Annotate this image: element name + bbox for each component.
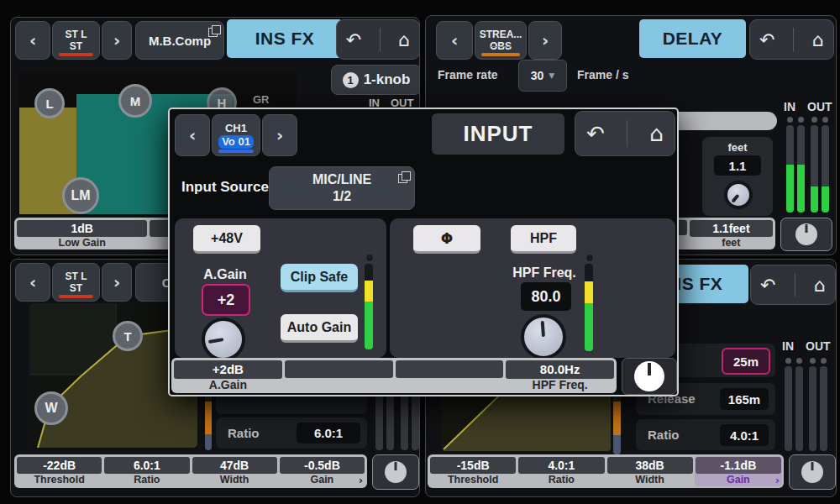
prev-channel-button[interactable]: ‹ <box>175 114 210 156</box>
param-cell-low-gain[interactable]: 1dB Low Gain <box>17 220 147 247</box>
param-cell-ratio[interactable]: 6.0:1 Ratio <box>104 457 189 486</box>
touch-knob-button[interactable] <box>789 454 836 490</box>
param-label <box>396 378 504 391</box>
ratio-value[interactable]: 6.0:1 <box>297 423 360 444</box>
time-value[interactable]: 25m <box>722 348 770 375</box>
library-label: M.B.Comp <box>149 34 211 48</box>
prev-channel-button[interactable]: ‹ <box>15 263 50 302</box>
param-cell-threshold[interactable]: -15dB Threshold <box>430 457 516 486</box>
clip-safe-button[interactable]: Clip Safe <box>281 264 358 292</box>
one-badge-icon: 1 <box>343 72 359 88</box>
band-handle-mid[interactable]: M <box>118 84 152 118</box>
phase-button[interactable]: Φ <box>413 225 480 254</box>
home-icon[interactable]: ⌂ <box>649 121 664 146</box>
param-cell-threshold[interactable]: -22dB Threshold <box>17 457 102 486</box>
frame-rate-unit: Frame / s <box>577 68 628 81</box>
feet-knob[interactable] <box>724 181 753 209</box>
param-bar: +2dB A.Gain 80.0Hz HPF Freq. <box>171 358 617 393</box>
one-knob-button[interactable]: 1 1-knob <box>331 65 420 95</box>
more-params-chevron: › <box>775 474 780 486</box>
channel-select-button[interactable]: CH1 Vo 01 <box>212 114 260 156</box>
param-cell-hpf-freq[interactable]: 80.0Hz HPF Freq. <box>506 360 614 391</box>
channel-color-blue <box>218 150 254 153</box>
param-value: 1.1feet <box>690 220 773 237</box>
undo-icon[interactable]: ↶ <box>760 275 775 296</box>
param-cell-empty[interactable] <box>285 360 393 391</box>
band-handle-low[interactable]: L <box>34 88 65 118</box>
tab-delay[interactable]: DELAY <box>639 19 746 58</box>
param-cell-feet[interactable]: 1.1feet feet <box>690 220 773 247</box>
touch-knob-button[interactable] <box>780 218 832 251</box>
param-cell-gain-selected[interactable]: -1.1dB Gain› <box>695 456 782 486</box>
one-knob-label: 1-knob <box>364 71 411 88</box>
ratio-row[interactable]: Ratio 4.0:1 <box>636 419 775 450</box>
param-value: -22dB <box>17 457 102 474</box>
param-label: Width <box>607 474 693 486</box>
tab-ins-fx[interactable]: INS FX <box>227 19 343 58</box>
out-label: OUT <box>807 100 832 113</box>
knob-icon <box>795 223 817 245</box>
next-channel-button[interactable]: › <box>102 263 132 302</box>
gain-group: +48V A.Gain +2 Clip Safe Auto Gain <box>175 218 386 358</box>
param-value: +2dB <box>174 360 282 379</box>
meter-peak-dot <box>796 358 802 364</box>
channel-select-button[interactable]: ST L ST <box>52 21 100 60</box>
in-meter-r <box>797 125 805 213</box>
again-knob[interactable] <box>202 318 245 361</box>
home-icon[interactable]: ⌂ <box>812 29 824 50</box>
threshold-handle[interactable]: T <box>113 321 143 351</box>
library-button[interactable]: M.B.Comp <box>135 21 224 60</box>
undo-icon[interactable]: ↶ <box>759 29 774 50</box>
band-handle-lowmid[interactable]: LM <box>62 177 99 214</box>
divider <box>627 120 627 146</box>
channel-select-button[interactable]: ST L ST <box>52 263 100 302</box>
param-cell-gain[interactable]: -0.5dB Gain› <box>280 457 365 486</box>
ratio-row[interactable]: Ratio 6.0:1 <box>216 417 367 449</box>
phantom-48v-button[interactable]: +48V <box>193 225 260 254</box>
feet-value[interactable]: 1.1 <box>714 155 761 176</box>
input-source-button[interactable]: MIC/LINE 1/2 <box>269 166 415 210</box>
source-line1: MIC/LINE <box>312 171 371 188</box>
channel-name2: ST <box>70 40 82 52</box>
again-value[interactable]: +2 <box>202 284 250 316</box>
param-cell-ratio[interactable]: 4.0:1 Ratio <box>518 457 604 486</box>
divider <box>795 273 795 297</box>
param-cell-width[interactable]: 47dB Width <box>192 457 277 486</box>
undo-icon[interactable]: ↶ <box>346 29 361 50</box>
next-channel-button[interactable]: › <box>102 21 132 60</box>
param-bar: -15dB Threshold 4.0:1 Ratio 38dB Width -… <box>428 454 784 488</box>
undo-icon[interactable]: ↶ <box>586 121 605 146</box>
frame-rate-dropdown[interactable]: 30 ▼ <box>518 60 567 92</box>
home-icon[interactable]: ⌂ <box>398 29 410 50</box>
param-value: 4.0:1 <box>518 457 604 474</box>
param-cell-empty[interactable] <box>396 360 504 391</box>
knob-icon <box>801 461 823 483</box>
home-icon[interactable]: ⌂ <box>814 275 826 296</box>
param-label: Low Gain <box>17 237 147 249</box>
release-value[interactable]: 165m <box>720 388 769 410</box>
prev-channel-button[interactable]: ‹ <box>436 21 473 60</box>
channel-select-button[interactable]: STREA... OBS <box>475 21 527 60</box>
next-channel-button[interactable]: › <box>262 114 297 156</box>
auto-gain-button[interactable]: Auto Gain <box>281 314 358 343</box>
out-meter <box>809 366 816 451</box>
width-handle[interactable]: W <box>34 391 68 425</box>
hpf-freq-value[interactable]: 80.0 <box>521 282 571 311</box>
hpf-knob[interactable] <box>521 314 566 360</box>
param-cell-again[interactable]: +2dB A.Gain <box>174 360 282 391</box>
hpf-group: Φ HPF HPF Freq. 80.0 <box>390 218 675 358</box>
hpf-button[interactable]: HPF <box>511 225 576 254</box>
touch-knob-button[interactable] <box>622 358 677 395</box>
param-label: Gain› <box>696 474 781 486</box>
copy-icon <box>398 174 407 183</box>
param-label: Threshold <box>430 474 516 486</box>
gr-label: GR <box>253 93 270 106</box>
prev-channel-button[interactable]: ‹ <box>15 21 50 60</box>
channel-name2: OBS <box>490 40 512 52</box>
ratio-value[interactable]: 4.0:1 <box>720 424 769 446</box>
next-channel-button[interactable]: › <box>528 21 562 60</box>
in-meter-l <box>786 125 794 213</box>
out-meter-l <box>811 125 818 213</box>
param-cell-width[interactable]: 38dB Width <box>607 457 693 486</box>
touch-knob-button[interactable] <box>372 454 419 490</box>
